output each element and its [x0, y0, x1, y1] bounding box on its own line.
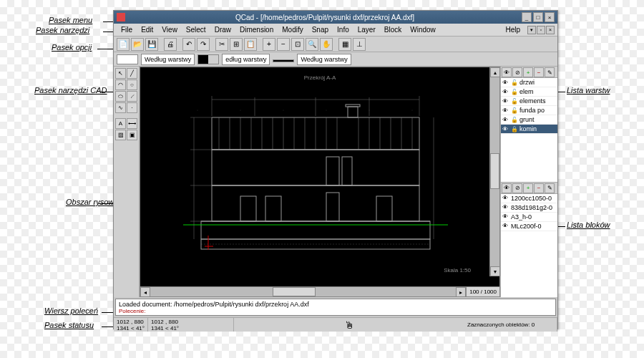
menu-block[interactable]: Block — [380, 24, 406, 35]
layer-remove-button[interactable]: − — [534, 67, 544, 77]
polyline-tool[interactable]: ⟋ — [127, 91, 137, 102]
layer-item[interactable]: 👁🔓funda po — [501, 106, 557, 115]
text-tool[interactable]: A — [115, 118, 126, 129]
menu-layer[interactable]: Layer — [353, 24, 380, 35]
block-item[interactable]: 👁A3_h-0 — [501, 213, 557, 222]
zoom-in-button[interactable]: + — [263, 38, 275, 51]
horizontal-scrollbar[interactable]: ◂ ▸ 100 / 1000 — [140, 286, 499, 296]
minimize-button[interactable]: _ — [522, 12, 532, 22]
image-tool[interactable]: ▣ — [127, 130, 137, 140]
layer-item[interactable]: 👁🔓grunt — [501, 115, 557, 125]
block-hide-button[interactable]: ⊘ — [512, 183, 522, 193]
menu-help[interactable]: Help — [501, 24, 525, 35]
menu-info[interactable]: Info — [333, 24, 353, 35]
linetype-swatch[interactable] — [197, 54, 219, 64]
status-rel-coords: 1012 , 8801341 < 41° — [148, 318, 234, 332]
app-icon — [117, 13, 125, 21]
menu-select[interactable]: Select — [182, 24, 210, 35]
ortho-button[interactable]: ⊥ — [353, 38, 366, 51]
print-button[interactable]: 🖨 — [164, 38, 177, 51]
zoom-window-button[interactable]: 🔍 — [306, 38, 318, 51]
undo-button[interactable]: ↶ — [182, 38, 195, 51]
dimension-tool[interactable]: ⟷ — [127, 118, 137, 129]
paste-button[interactable]: 📋 — [244, 38, 257, 51]
scroll-right-button[interactable]: ▸ — [456, 287, 466, 297]
layer-show-all-button[interactable]: 👁 — [502, 67, 512, 77]
scroll-down-button[interactable]: ▾ — [490, 266, 499, 276]
layer-item[interactable]: 👁🔒komin — [501, 125, 557, 134]
annotation-line — [100, 92, 114, 92]
spline-tool[interactable]: ∿ — [115, 102, 126, 113]
layer-add-button[interactable]: + — [523, 67, 533, 77]
layer-name: elements — [519, 97, 546, 105]
copy-button[interactable]: ⊞ — [230, 38, 243, 51]
block-item[interactable]: 👁MLc200f-0 — [501, 222, 557, 231]
menu-draw[interactable]: Draw — [210, 24, 235, 35]
lineweight-swatch[interactable] — [273, 59, 294, 62]
eye-icon: 👁 — [502, 98, 509, 105]
menu-view[interactable]: View — [157, 24, 182, 35]
block-show-button[interactable]: 👁 — [502, 183, 512, 193]
redo-button[interactable]: ↷ — [197, 38, 210, 51]
layer-name: grunt — [519, 116, 535, 123]
circle-tool[interactable]: ○ — [127, 79, 137, 90]
block-add-button[interactable]: + — [523, 183, 533, 193]
layer-edit-button[interactable]: ✎ — [545, 67, 555, 77]
menu-edit[interactable]: Edit — [137, 24, 157, 35]
block-remove-button[interactable]: − — [534, 183, 544, 193]
annotation-block-list: Lista bloków — [567, 221, 610, 229]
maximize-button[interactable]: □ — [533, 12, 543, 22]
block-item[interactable]: 👁838d1981g2-0 — [501, 203, 557, 213]
scroll-left-button[interactable]: ◂ — [140, 287, 150, 297]
right-panels: 👁 ⊘ + − ✎ 👁🔓drzwi 👁🔓elem 👁🔓elements 👁🔓fu… — [500, 67, 557, 297]
svg-point-5 — [412, 110, 413, 111]
annotation-cmdline: Wiersz poleceń — [44, 306, 98, 315]
pan-button[interactable]: ✋ — [320, 38, 333, 51]
hatch-tool[interactable]: ▨ — [115, 130, 126, 140]
linetype-select[interactable]: edług warstwy — [222, 54, 270, 65]
menu-dimension[interactable]: Dimension — [235, 24, 278, 35]
lineweight-select[interactable]: Według warstwy — [297, 54, 351, 65]
doc-close-button[interactable]: × — [546, 26, 555, 34]
annotation-menubar: Pasek menu — [49, 16, 92, 24]
layer-item[interactable]: 👁🔓elem — [501, 87, 557, 97]
zoom-fit-button[interactable]: ⊡ — [291, 38, 304, 51]
titlebar[interactable]: QCad - [/home/pedros/Pulpit/rysunki dxf/… — [114, 11, 557, 24]
pointer-tool[interactable]: ↖ — [115, 68, 126, 79]
layer-item[interactable]: 👁🔓drzwi — [501, 78, 557, 87]
layer-name: drzwi — [519, 79, 535, 86]
menu-window[interactable]: Window — [406, 24, 440, 35]
drawing-canvas[interactable]: Przekrój A-A Skala 1:50 — [140, 67, 499, 286]
menu-modify[interactable]: Modify — [278, 24, 307, 35]
command-line[interactable]: Loaded document: /home/pedros/Pulpit/rys… — [115, 299, 556, 316]
grid-button[interactable]: ▦ — [338, 38, 351, 51]
scroll-thumb-h[interactable] — [273, 287, 316, 296]
annotation-layer-list: Lista warstw — [567, 86, 610, 95]
new-button[interactable]: 📄 — [117, 38, 130, 51]
line-tool[interactable]: ╱ — [127, 68, 137, 79]
zoom-out-button[interactable]: − — [277, 38, 290, 51]
block-item[interactable]: 👁1200cc1050-0 — [501, 194, 557, 203]
cut-button[interactable]: ✂ — [215, 38, 228, 51]
menu-file[interactable]: File — [117, 24, 137, 35]
arc-tool[interactable]: ◠ — [115, 79, 126, 90]
block-edit-button[interactable]: ✎ — [545, 183, 555, 193]
color-swatch[interactable] — [117, 54, 138, 64]
scroll-up-button[interactable]: ▴ — [490, 67, 499, 77]
doc-minimize-button[interactable]: ▾ — [527, 26, 536, 34]
layer-list: 👁🔓drzwi 👁🔓elem 👁🔓elements 👁🔓funda po 👁🔓g… — [501, 78, 557, 183]
save-button[interactable]: 💾 — [145, 38, 158, 51]
point-tool[interactable]: · — [127, 102, 137, 113]
doc-restore-button[interactable]: ▫ — [537, 26, 545, 34]
layer-item[interactable]: 👁🔓elements — [501, 97, 557, 106]
menu-snap[interactable]: Snap — [308, 24, 333, 35]
vertical-scrollbar[interactable]: ▴ ▾ — [489, 67, 499, 276]
close-button[interactable]: × — [545, 12, 555, 22]
eye-icon: 👁 — [502, 117, 509, 123]
open-button[interactable]: 📂 — [131, 38, 144, 51]
layer-hide-all-button[interactable]: ⊘ — [512, 67, 522, 77]
scroll-thumb-v[interactable] — [490, 153, 499, 189]
ellipse-tool[interactable]: ⬭ — [115, 91, 126, 102]
svg-rect-34 — [212, 150, 419, 185]
layer-select[interactable]: Według warstwy — [141, 54, 195, 65]
